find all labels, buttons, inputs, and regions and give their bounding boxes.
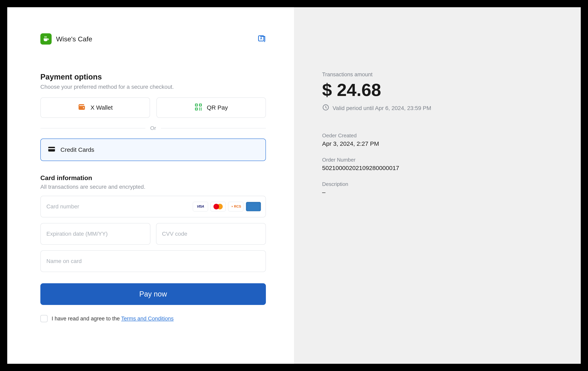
order-number-label: Order Number — [322, 157, 553, 163]
brand: Wise's Cafe — [40, 33, 92, 45]
svg-rect-9 — [201, 109, 202, 110]
description-value: – — [322, 189, 553, 196]
card-info-title: Card information — [40, 174, 266, 182]
terms-link[interactable]: Terms and Conditions — [121, 316, 174, 322]
language-selector-icon[interactable]: A — [257, 34, 266, 43]
terms-text: I have read and agree to the Terms and C… — [52, 316, 174, 322]
x-wallet-label: X Wallet — [90, 104, 113, 111]
visa-icon: VISA — [193, 202, 208, 211]
x-wallet-option[interactable]: X Wallet — [40, 97, 150, 118]
brand-header: Wise's Cafe A — [40, 33, 266, 45]
mastercard-icon — [210, 202, 226, 211]
payment-options-subtitle: Choose your preferred method for a secur… — [40, 84, 266, 90]
or-divider: Or — [40, 125, 266, 131]
card-brand-icons: VISA RCS — [193, 202, 261, 211]
svg-rect-14 — [48, 148, 55, 149]
qr-icon — [194, 103, 202, 113]
rcs-icon: RCS — [228, 202, 243, 211]
brand-name: Wise's Cafe — [56, 35, 92, 43]
pay-now-button[interactable]: Pay now — [40, 283, 266, 305]
svg-rect-11 — [200, 104, 201, 106]
credit-card-option[interactable]: Credit Cards — [40, 139, 266, 161]
wallet-icon — [77, 103, 86, 113]
expiration-input[interactable] — [40, 223, 150, 245]
valid-period-row: Valid period until Apr 6, 2024, 23:59 PM — [322, 104, 553, 113]
svg-text:A: A — [260, 37, 262, 40]
order-number-value: 50210000202109280000017 — [322, 165, 553, 171]
svg-rect-6 — [199, 108, 200, 109]
qr-pay-option[interactable]: QR Pay — [157, 97, 266, 118]
description-label: Description — [322, 181, 553, 187]
order-created-label: Oeder Created — [322, 133, 553, 139]
amount-value: $ 24.68 — [322, 80, 553, 100]
svg-rect-7 — [201, 108, 202, 109]
svg-rect-8 — [199, 109, 200, 110]
cvv-input[interactable] — [156, 223, 266, 245]
svg-rect-12 — [196, 108, 197, 110]
terms-checkbox[interactable] — [40, 315, 48, 322]
order-created-value: Apr 3, 2024, 2:27 PM — [322, 140, 553, 147]
clock-icon — [322, 104, 329, 113]
svg-rect-10 — [196, 104, 197, 106]
amount-label: Transactions amount — [322, 72, 553, 78]
qr-pay-label: QR Pay — [207, 104, 228, 111]
svg-point-2 — [83, 107, 84, 108]
payment-options-title: Payment options — [40, 73, 266, 81]
amex-icon — [246, 202, 261, 211]
card-info-subtitle: All transactions are secure and encrypte… — [40, 184, 266, 190]
credit-card-label: Credit Cards — [61, 146, 94, 153]
cafe-logo-icon — [40, 33, 52, 45]
credit-card-icon — [48, 145, 56, 155]
valid-period-text: Valid period until Apr 6, 2024, 23:59 PM — [333, 105, 431, 111]
name-on-card-input[interactable] — [40, 250, 266, 272]
or-label: Or — [150, 125, 156, 131]
